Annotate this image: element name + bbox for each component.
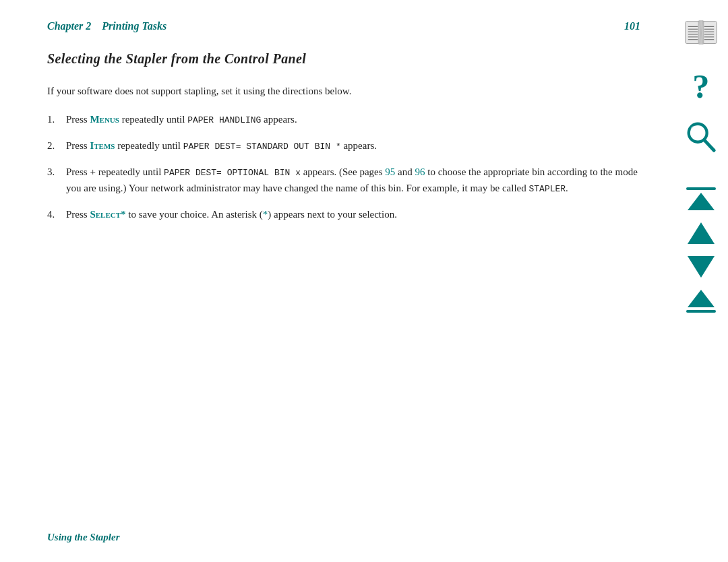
svg-text:?: ? <box>692 70 709 105</box>
svg-rect-1 <box>702 22 717 44</box>
svg-rect-2 <box>698 21 704 44</box>
svg-marker-20 <box>688 193 715 210</box>
svg-marker-23 <box>688 290 715 307</box>
intro-text: If your software does not support stapli… <box>47 83 640 99</box>
section-title: Selecting the Stapler from the Control P… <box>47 51 640 67</box>
step-2-content: Press Items repeatedly until PAPER DEST=… <box>66 137 640 154</box>
prev-page-svg <box>682 218 720 248</box>
footer-label: Using the Stapler <box>47 532 120 542</box>
book-svg <box>684 16 719 51</box>
items-link[interactable]: Items <box>90 140 115 151</box>
first-page-svg <box>682 185 720 214</box>
list-item: Press Menus repeatedly until PAPER HANDL… <box>47 111 640 128</box>
nav-arrow-group <box>682 185 720 315</box>
steps-list: Press Menus repeatedly until PAPER HANDL… <box>47 111 640 222</box>
chapter-label: Chapter 2 Printing Tasks <box>47 20 166 32</box>
footer-row: Using the Stapler <box>47 532 120 543</box>
svg-line-17 <box>704 140 714 150</box>
search-icon[interactable] <box>681 117 721 158</box>
header-row: Chapter 2 Printing Tasks 101 <box>47 20 640 32</box>
svg-rect-0 <box>686 22 700 44</box>
sidebar: ? <box>674 0 728 562</box>
page-96-link[interactable]: 96 <box>415 166 425 177</box>
search-svg <box>684 120 719 155</box>
last-page-button[interactable] <box>682 286 720 315</box>
svg-point-18 <box>692 127 698 133</box>
content-area: Chapter 2 Printing Tasks 101 Selecting t… <box>0 0 674 562</box>
page-number: 101 <box>624 20 640 32</box>
step-3-content: Press + repeatedly until PAPER DEST= OPT… <box>66 164 640 197</box>
question-svg: ? <box>684 70 719 105</box>
stapler-code: STAPLER <box>529 184 566 194</box>
prev-page-button[interactable] <box>682 218 720 248</box>
svg-marker-22 <box>688 256 715 278</box>
paper-dest-optional-code: PAPER DEST= OPTIONAL BIN x <box>164 168 301 178</box>
menus-link[interactable]: Menus <box>90 114 119 125</box>
help-icon[interactable]: ? <box>681 67 721 108</box>
svg-marker-21 <box>688 222 715 244</box>
book-icon[interactable] <box>681 13 721 54</box>
first-page-button[interactable] <box>682 185 720 214</box>
paper-dest-standard-code: PAPER DEST= STANDARD OUT BIN * <box>183 142 341 152</box>
step-4-content: Press Select* to save your choice. An as… <box>66 206 640 222</box>
list-item: Press Items repeatedly until PAPER DEST=… <box>47 137 640 154</box>
step-1-content: Press Menus repeatedly until PAPER HANDL… <box>66 111 640 128</box>
next-page-svg <box>682 252 720 282</box>
list-item: Press + repeatedly until PAPER DEST= OPT… <box>47 164 640 197</box>
paper-handling-code: PAPER HANDLING <box>187 115 261 125</box>
asterisk-ref: * <box>263 209 268 220</box>
page-95-link[interactable]: 95 <box>385 166 395 177</box>
list-item: Press Select* to save your choice. An as… <box>47 206 640 222</box>
last-page-svg <box>682 286 720 315</box>
select-link[interactable]: Select* <box>90 209 125 220</box>
page-container: Chapter 2 Printing Tasks 101 Selecting t… <box>0 0 728 562</box>
next-page-button[interactable] <box>682 252 720 282</box>
